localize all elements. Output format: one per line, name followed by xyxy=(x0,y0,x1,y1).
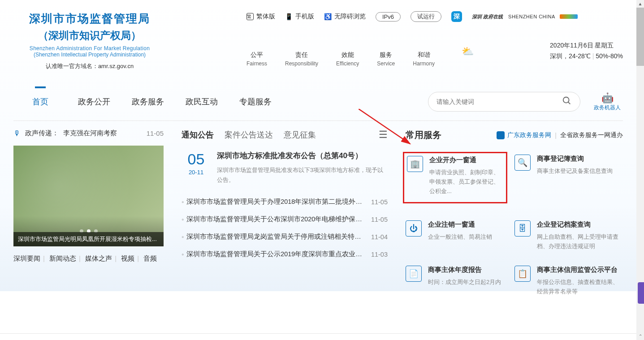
tab-case-delivery[interactable]: 案件公告送达 xyxy=(225,129,273,140)
report-icon: 📄 xyxy=(406,266,422,282)
feature-desc: 深圳市市场监督管理局批准发布以下3项深圳市地方标准，现予以公告。 xyxy=(217,165,388,185)
featured-announcement[interactable]: 05 20-11 深圳市地方标准批准发布公告（总第40号） 深圳市市场监督管理局… xyxy=(182,151,388,185)
province-one-stop-link[interactable]: 全省政务服务一网通办 xyxy=(560,131,623,139)
site-subtitle: （深圳市知识产权局） xyxy=(13,29,166,43)
services-grid: 🏢 企业开办一窗通 申请营业执照、刻制印章、申领发票、员工参保登记、公积金...… xyxy=(406,150,623,306)
date-weather: 2020年11月6日 星期五 深圳，24-28℃ | 50%-80% xyxy=(550,42,623,60)
tab-opinion[interactable]: 意见征集 xyxy=(284,129,316,140)
ipv6-badge[interactable]: IPv6 xyxy=(376,12,401,22)
service-card-credit-platform[interactable]: 📋 商事主体信用监管公示平台年报公示信息、抽查检查结果、经营异常名录等 xyxy=(514,261,623,306)
link-news-trends[interactable]: 新闻动态 xyxy=(49,254,76,262)
power-icon: ⏻ xyxy=(406,220,422,237)
svg-line-1 xyxy=(568,102,571,104)
link-audio[interactable]: 音频 xyxy=(143,254,157,262)
news-carousel[interactable]: 深圳市市场监管局光明局凤凰所开展湿米粉专项抽检... xyxy=(13,146,164,246)
service-card-enterprise-open[interactable]: 🏢 企业开办一窗通 申请营业执照、刻制印章、申领发票、员工参保登记、公积金... xyxy=(406,150,514,216)
shenzhen-portal-icon[interactable]: 深 xyxy=(451,11,462,22)
common-services-heading: 常用服务 广东政务服务网 | 全省政务服务一网通办 xyxy=(406,129,623,141)
link-sz-news[interactable]: 深圳要闻 xyxy=(13,254,40,262)
tab-notice[interactable]: 通知公告 xyxy=(182,129,214,140)
rainbow-swoosh-icon xyxy=(560,14,578,19)
site-logo-block: 深圳市市场监督管理局 （深圳市知识产权局） Shenzhen Administr… xyxy=(13,11,166,70)
feature-title: 深圳市地方标准批准发布公告（总第40号） xyxy=(217,151,388,161)
nav-gov-open[interactable]: 政务公开 xyxy=(67,96,121,107)
search-box[interactable] xyxy=(428,92,580,112)
nav-topic-service[interactable]: 专题服务 xyxy=(229,96,282,107)
service-card-annual-report[interactable]: 📄 商事主体年度报告时间：成立周年之日起2月内 xyxy=(406,261,514,306)
annotation-highlight-box: 🏢 企业开办一窗通 申请营业执照、刻制印章、申领发票、员工参保登记、公积金... xyxy=(403,152,507,203)
nav-separator xyxy=(13,121,623,121)
svg-line-2 xyxy=(359,109,410,144)
link-media-voice[interactable]: 媒体之声 xyxy=(85,254,112,262)
official-domain: 认准唯一官方域名：amr.sz.gov.cn xyxy=(13,62,166,70)
document-search-icon: 🔍 xyxy=(514,155,531,171)
scroll-up-button[interactable]: ▲ xyxy=(636,0,644,8)
nav-interaction[interactable]: 政民互动 xyxy=(175,96,229,107)
building-icon: 🏢 xyxy=(407,156,423,172)
accessible-link[interactable]: ♿无障碍浏览 xyxy=(324,13,366,21)
news-category-links: 深圳要闻| 新闻动态| 媒体之声| 视频| 音频 xyxy=(13,254,164,263)
nav-home[interactable]: 首页 xyxy=(13,96,67,107)
link-video[interactable]: 视频 xyxy=(121,254,134,262)
site-title-en1: Shenzhen Administration For Market Regul… xyxy=(13,45,166,52)
microphone-icon: 🎙 xyxy=(13,129,21,138)
mobile-link[interactable]: 📱手机版 xyxy=(285,13,314,21)
top-utility-links: 繁繁体版 📱手机版 ♿无障碍浏览 IPv6 试运行 深 深圳 政府在线 SHEN… xyxy=(246,11,623,22)
scrollbar-thumb[interactable] xyxy=(636,8,644,66)
list-item[interactable]: 深圳市市场监督管理局关于公示2019年度深圳市重点农业龙...11-03 xyxy=(182,245,388,263)
site-title-en2: (Shenzhen Intellectual Property Administ… xyxy=(13,52,166,58)
announcement-list: 深圳市市场监督管理局关于办理2018年深圳市第二批境外商...11-05 深圳市… xyxy=(182,193,388,263)
service-card-archive-query[interactable]: 🗄 企业登记档案查询网上自助查档、网上受理申请查档、办理违法违规证明 xyxy=(514,216,623,261)
traditional-icon: 繁 xyxy=(246,13,254,20)
list-item[interactable]: 深圳市市场监督管理局关于公布深圳市2020年电梯维护保养...11-05 xyxy=(182,211,388,228)
guangdong-portal-link[interactable]: 广东政务服务网 xyxy=(497,131,551,139)
core-values: 公平Fairness 责任Responsibility 效能Efficiency… xyxy=(246,51,435,67)
robot-icon: 🤖 xyxy=(592,92,623,104)
accessible-icon: ♿ xyxy=(324,13,332,20)
archive-icon: 🗄 xyxy=(514,220,531,237)
annotation-arrow-icon xyxy=(359,109,417,149)
list-item[interactable]: 深圳市市场监督管理局关于办理2018年深圳市第二批境外商...11-05 xyxy=(182,193,388,211)
trial-badge[interactable]: 试运行 xyxy=(411,11,441,22)
feature-date: 05 20-11 xyxy=(182,151,211,185)
svg-point-0 xyxy=(563,97,569,103)
footer: 重大行政决策| 政策解读| 规范性文件| 知识产权维权指引| 招标采购| 数据开… xyxy=(0,333,636,340)
side-widget-tab[interactable] xyxy=(638,282,644,304)
main-nav: 首页 政务公开 政务服务 政民互动 专题服务 🤖 政务机器人 xyxy=(13,88,623,115)
credit-icon: 📋 xyxy=(514,266,531,282)
nav-gov-service[interactable]: 政务服务 xyxy=(121,96,175,107)
flower-icon xyxy=(497,131,505,139)
search-icon[interactable] xyxy=(562,96,572,108)
gov-robot[interactable]: 🤖 政务机器人 xyxy=(592,92,623,112)
site-title: 深圳市市场监督管理局 xyxy=(13,11,166,26)
mobile-icon: 📱 xyxy=(285,13,293,20)
shenzhen-portal-logo[interactable]: 深圳 政府在线 SHENZHEN CHINA xyxy=(472,13,578,20)
carousel-caption: 深圳市市场监管局光明局凤凰所开展湿米粉专项抽检... xyxy=(13,232,164,246)
voice-broadcast[interactable]: 🎙 政声传递： 李克强在河南考察 11-05 xyxy=(13,129,164,138)
announcement-tabs: 通知公告 案件公告送达 意见征集 ☰ xyxy=(182,129,388,141)
traditional-link[interactable]: 繁繁体版 xyxy=(246,13,275,21)
service-card-enterprise-cancel[interactable]: ⏻ 企业注销一窗通企业一般注销、简易注销 xyxy=(406,216,514,261)
search-input[interactable] xyxy=(437,98,562,105)
service-card-biz-register-query[interactable]: 🔍 商事登记簿查询商事主体登记及备案信息查询 xyxy=(514,150,623,216)
weather-icon: ⛅ xyxy=(462,46,477,56)
scroll-down-button[interactable]: ⌃ xyxy=(636,332,644,340)
list-item[interactable]: 深圳市市场监督管理局龙岗监管局关于停用或注销相关特种...11-04 xyxy=(182,228,388,245)
